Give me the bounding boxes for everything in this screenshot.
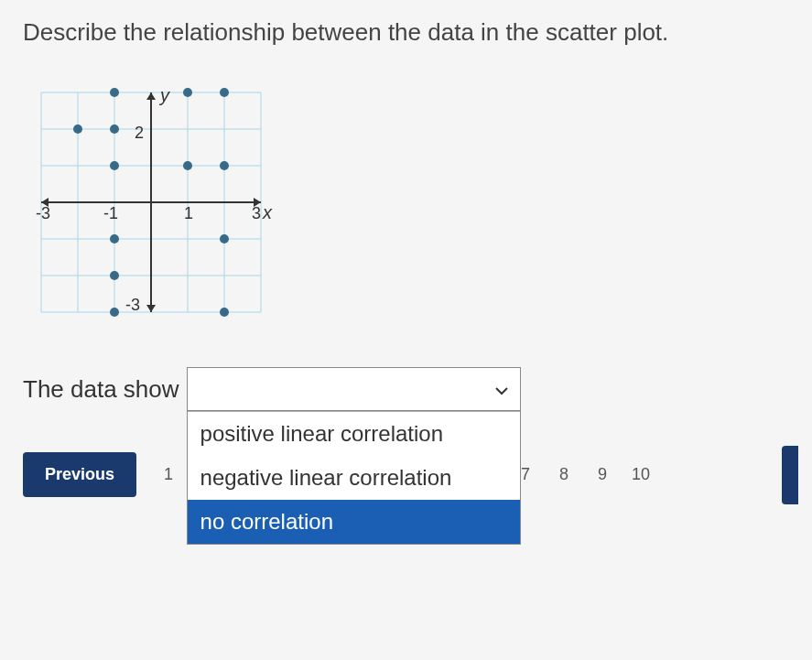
svg-point-28	[73, 124, 82, 134]
dropdown-menu: positive linear correlation negative lin…	[187, 411, 521, 545]
svg-marker-18	[146, 92, 156, 100]
answer-prefix: The data show	[23, 375, 179, 404]
page-8[interactable]: 8	[550, 465, 578, 484]
svg-point-31	[110, 161, 119, 170]
svg-text:-1: -1	[103, 204, 118, 222]
svg-text:-3: -3	[125, 296, 140, 314]
svg-text:1: 1	[184, 204, 193, 222]
svg-text:2: 2	[135, 124, 144, 142]
svg-point-34	[110, 308, 119, 317]
previous-button[interactable]: Previous	[23, 452, 136, 497]
page-1[interactable]: 1	[155, 465, 182, 484]
option-none[interactable]: no correlation	[188, 500, 520, 544]
svg-point-38	[220, 161, 229, 170]
svg-text:-3: -3	[36, 204, 50, 222]
next-button[interactable]	[782, 446, 798, 504]
svg-point-40	[220, 308, 229, 317]
option-negative[interactable]: negative linear correlation	[188, 456, 520, 500]
correlation-dropdown[interactable]	[187, 367, 521, 411]
svg-point-35	[183, 88, 192, 97]
dropdown-container: positive linear correlation negative lin…	[187, 367, 521, 411]
svg-point-37	[220, 88, 229, 97]
question-text: Describe the relationship between the da…	[23, 18, 789, 47]
svg-point-30	[110, 88, 119, 97]
option-positive[interactable]: positive linear correlation	[188, 412, 520, 456]
svg-point-36	[183, 161, 192, 170]
svg-point-32	[110, 234, 119, 243]
svg-point-33	[110, 271, 119, 280]
svg-text:x: x	[262, 202, 273, 222]
page-9[interactable]: 9	[589, 465, 616, 484]
svg-text:3: 3	[252, 204, 261, 222]
page-10[interactable]: 10	[627, 465, 655, 484]
svg-point-29	[110, 124, 119, 134]
chevron-down-icon	[494, 377, 509, 401]
svg-marker-19	[146, 305, 156, 312]
answer-row: The data show positive linear correlatio…	[23, 367, 789, 411]
svg-point-39	[220, 234, 229, 243]
svg-text:y: y	[158, 85, 170, 105]
scatter-plot: y x -3 -1 1 3 2 -3	[23, 74, 279, 330]
